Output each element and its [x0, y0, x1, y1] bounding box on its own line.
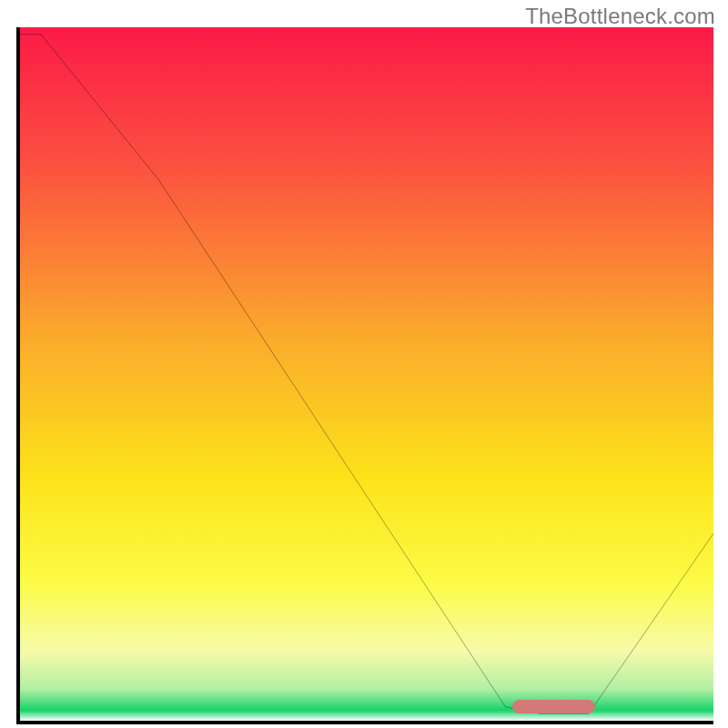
chart-area: [20, 27, 713, 721]
watermark-text: TheBottleneck.com: [525, 4, 715, 29]
chart-axes: [16, 27, 713, 724]
optimal-range-marker: [512, 700, 595, 713]
chart-svg: [20, 27, 713, 721]
gradient-fill: [20, 27, 713, 721]
